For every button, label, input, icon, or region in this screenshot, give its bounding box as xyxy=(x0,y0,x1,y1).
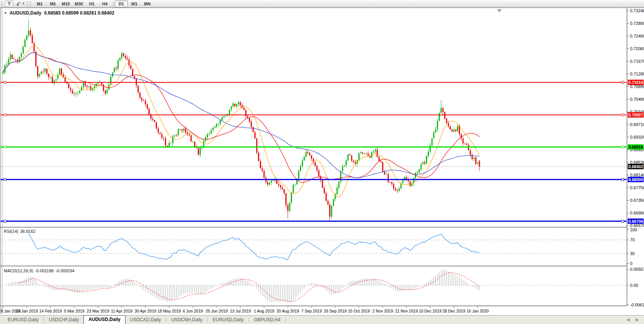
date-label: 15 Oct 2019 xyxy=(348,309,370,313)
window-menu-icon[interactable]: ▼ xyxy=(4,11,7,15)
hline-handle[interactable] xyxy=(621,220,624,223)
date-label: 26 Sep 2019 xyxy=(324,309,347,313)
arrows-tool-button[interactable]: ▼ xyxy=(16,1,25,7)
macd-signal-value: -0.000294 xyxy=(55,268,75,273)
price-tick: 0.69710 xyxy=(630,122,644,127)
tab-scroll-right-button[interactable]: ▶ xyxy=(636,317,639,322)
hline-handle[interactable] xyxy=(621,114,624,116)
timeframe-button-w1[interactable]: W1 xyxy=(128,0,141,7)
date-label: 23 Mar 2019 xyxy=(87,309,109,313)
date-label: 5 Mar 2019 xyxy=(64,309,84,313)
chart-tab-usdchf-daily[interactable]: USDCHF,Daily xyxy=(44,316,84,324)
date-label: 30 Apr 2019 xyxy=(135,309,157,313)
chart-tab-eurusd-daily[interactable]: EURUSD,Daily xyxy=(3,316,43,324)
svg-text:0.68000: 0.68000 xyxy=(629,177,643,182)
price-tick: 0.67350 xyxy=(630,198,644,203)
date-label: 28 Dec 2019 xyxy=(442,309,465,313)
toolbar-drag-handle[interactable] xyxy=(2,1,3,6)
price-tick: 0.67750 xyxy=(630,185,644,190)
macd-tick: 0.005076 xyxy=(630,267,644,272)
tab-separator xyxy=(207,317,208,322)
hline-handle[interactable] xyxy=(4,178,6,181)
timeframe-button-m5[interactable]: M5 xyxy=(46,0,59,7)
svg-text:0.68402: 0.68402 xyxy=(629,164,643,169)
tab-separator xyxy=(285,317,286,322)
date-label: 11 Apr 2019 xyxy=(111,309,132,313)
chart-tab-gbpusd-h4[interactable]: GBPUSD,H4 xyxy=(249,316,285,324)
rsi-tick: 70 xyxy=(630,237,635,242)
timeframe-button-m30[interactable]: M30 xyxy=(72,0,85,7)
tab-separator xyxy=(166,317,166,322)
svg-text:0.66706: 0.66706 xyxy=(629,219,643,224)
rsi-label: RSI(14) 36.8162 xyxy=(4,229,36,234)
tab-scroll-left-button[interactable]: ◀ xyxy=(627,317,630,322)
chart-tab-usdcad-daily[interactable]: USDCAD,Daily xyxy=(126,316,166,324)
chart-tab-eurusd-daily[interactable]: EURUSD,Daily xyxy=(208,316,248,324)
price-tick: 0.73240 xyxy=(630,8,644,13)
hline-handle[interactable] xyxy=(4,146,6,148)
date-label: 2 Nov 2019 xyxy=(372,309,393,313)
date-label: 21 Nov 2019 xyxy=(395,309,418,313)
rsi-tick: 100 xyxy=(630,227,637,232)
rsi-name: RSI(14) xyxy=(4,229,18,234)
chart-title: ▼ AUDUSD,Daily 0.68585 0.68599 0.68261 0… xyxy=(4,10,114,16)
arrows-tool-icon xyxy=(16,1,21,7)
chart-shift-marker[interactable] xyxy=(497,9,502,12)
hline-handle[interactable] xyxy=(4,114,6,116)
svg-text:0.70007: 0.70007 xyxy=(629,113,643,117)
ma-line-25[interactable] xyxy=(3,52,479,182)
date-label: 1 Aug 2019 xyxy=(254,309,274,313)
macd-histogram xyxy=(7,270,479,303)
rsi-tick: 30 xyxy=(630,251,635,256)
svg-text:0.71016: 0.71016 xyxy=(629,80,643,85)
hline-handle[interactable] xyxy=(621,178,624,181)
toolbar-separator xyxy=(113,1,113,7)
timeframe-button-h1[interactable]: H1 xyxy=(85,0,98,7)
toolbar: T ▼ M1M5M15M30H1H4D1W1MN xyxy=(0,0,644,8)
main-chart-area[interactable] xyxy=(1,20,627,223)
hline-handle[interactable] xyxy=(4,81,6,83)
date-label: 18 May 2019 xyxy=(158,309,181,313)
ma-line-10[interactable] xyxy=(3,46,479,197)
trading-terminal-window: T ▼ M1M5M15M30H1H4D1W1MN 0.732400.728500… xyxy=(0,0,644,324)
chart-tab-usdcnh-daily[interactable]: USDCNH,Daily xyxy=(166,316,207,324)
price-tick: 0.66960 xyxy=(630,211,644,215)
hline-handle[interactable] xyxy=(4,220,6,223)
price-tick: 0.68140 xyxy=(630,173,644,177)
timeframe-button-d1[interactable]: D1 xyxy=(115,0,128,7)
date-label: 10 Dec 2019 xyxy=(419,309,442,313)
svg-text:0.69010: 0.69010 xyxy=(629,145,643,149)
ma-line-55[interactable] xyxy=(3,52,479,178)
chart-tab-audusd-daily[interactable]: AUDUSD,Daily xyxy=(83,315,125,324)
timeframe-button-group: M1M5M15M30H1H4D1W1MN xyxy=(33,0,154,7)
hline-handle[interactable] xyxy=(621,146,624,148)
macd-panel[interactable] xyxy=(1,270,627,303)
chevron-down-icon: ▼ xyxy=(22,2,25,5)
chart-tab-bar: EURUSD,DailyUSDCHF,DailyAUDUSD,DailyUSDC… xyxy=(0,315,644,324)
date-label: 14 Feb 2019 xyxy=(39,309,62,313)
toolbar-separator xyxy=(27,1,28,7)
macd-main-value: -0.001198 xyxy=(35,268,54,273)
price-tick: 0.72060 xyxy=(630,46,644,51)
macd-tick: 0.00 xyxy=(630,283,638,288)
rsi-line xyxy=(29,234,479,260)
price-tick: 0.70490 xyxy=(630,97,644,101)
timeframe-button-h4[interactable]: H4 xyxy=(98,0,111,7)
candles-layer xyxy=(3,20,480,221)
rsi-panel[interactable] xyxy=(1,234,627,260)
date-label: 20 Aug 2019 xyxy=(277,309,299,313)
date-label: 16 Jan 2020 xyxy=(466,309,489,313)
price-tick: 0.71670 xyxy=(630,59,644,64)
chart-canvas[interactable]: 0.732400.728500.724600.720600.716700.712… xyxy=(0,0,644,324)
timeframe-button-mn[interactable]: MN xyxy=(141,0,154,7)
date-label: 26 Jan 2019 xyxy=(16,309,38,313)
toolbar-drag-handle[interactable] xyxy=(30,1,32,6)
chart-tabs: EURUSD,DailyUSDCHF,DailyAUDUSD,DailyUSDC… xyxy=(3,315,286,324)
text-tool-button[interactable]: T xyxy=(5,0,13,7)
timeframe-button-m1[interactable]: M1 xyxy=(33,0,46,7)
chart-symbol-label: AUDUSD,Daily xyxy=(10,10,41,16)
timeframe-button-m15[interactable]: M15 xyxy=(59,0,72,7)
date-label: 7 Sep 2019 xyxy=(301,309,322,313)
hline-handle[interactable] xyxy=(621,81,624,83)
date-label: 6 Jun 2019 xyxy=(183,309,203,313)
